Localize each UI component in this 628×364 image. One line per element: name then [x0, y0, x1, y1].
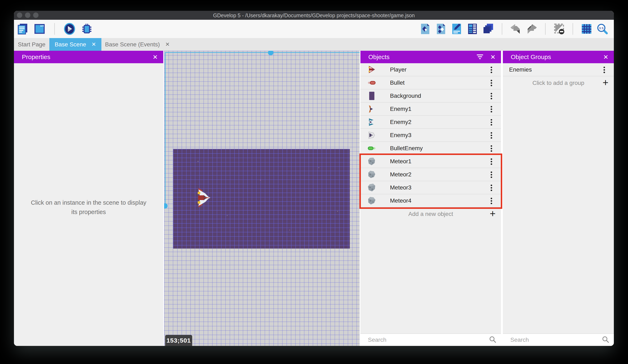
- kebab-menu-icon[interactable]: [488, 184, 495, 191]
- object-row-enemy2[interactable]: Enemy2: [360, 116, 501, 129]
- bullet-thumbnail-icon: [367, 78, 376, 87]
- close-icon[interactable]: ✕: [603, 51, 608, 63]
- close-tab-icon[interactable]: ✕: [165, 41, 170, 48]
- toggle-mask-icon[interactable]: [553, 23, 565, 35]
- search-icon: [602, 336, 609, 344]
- object-row-bullet[interactable]: Bullet: [360, 76, 501, 89]
- selection-border-top: [165, 52, 360, 53]
- object-row-enemy1[interactable]: Enemy1: [360, 103, 501, 116]
- kebab-menu-icon[interactable]: [488, 171, 495, 179]
- kebab-menu-icon[interactable]: [488, 66, 495, 74]
- object-label: Player: [390, 66, 406, 73]
- group-label: Enemies: [509, 66, 532, 73]
- object-row-meteor2[interactable]: Meteor2: [360, 168, 501, 181]
- kebab-menu-icon[interactable]: [488, 158, 495, 165]
- object-groups-panel-title: Object Groups: [511, 54, 551, 61]
- toggle-grid-icon[interactable]: [580, 23, 593, 35]
- objects-panel-title: Objects: [368, 54, 390, 61]
- object-label: Enemy2: [390, 119, 411, 125]
- scene-canvas[interactable]: 153;501: [164, 51, 360, 346]
- objects-panel-header: Objects ✕: [360, 51, 501, 63]
- kebab-menu-icon[interactable]: [488, 197, 495, 205]
- object-label: BulletEnemy: [390, 145, 423, 152]
- object-groups-panel-header: Object Groups ✕: [503, 51, 614, 63]
- debug-icon[interactable]: [80, 23, 93, 35]
- object-groups-panel-icon[interactable]: [435, 23, 447, 35]
- groups-search-bar: [503, 333, 614, 346]
- window-title: GDevelop 5 - /Users/dkarakay/Documents/G…: [14, 11, 614, 20]
- plus-icon[interactable]: +: [490, 208, 496, 219]
- toolbar-separator: [502, 23, 502, 35]
- editor-tabs: Start PageBase Scene✕Base Scene (Events)…: [14, 38, 614, 51]
- objects-search-input[interactable]: [368, 336, 489, 343]
- selection-handle-left[interactable]: [164, 203, 168, 209]
- selection-handle-top[interactable]: [268, 51, 273, 55]
- object-label: Enemy1: [390, 106, 411, 112]
- object-groups-panel: Object Groups ✕ Enemies Click to add a g…: [503, 51, 614, 346]
- object-groups-list: Enemies: [503, 63, 614, 76]
- add-object-row[interactable]: Add a new object +: [360, 207, 501, 221]
- toolbar-separator: [573, 23, 573, 35]
- object-row-meteor3[interactable]: Meteor3: [360, 181, 501, 194]
- object-row-meteor1[interactable]: Meteor1: [360, 155, 501, 168]
- close-icon[interactable]: ✕: [153, 51, 158, 63]
- tab-label: Base Scene: [55, 41, 86, 48]
- object-label: Meteor2: [390, 171, 411, 178]
- search-icon: [489, 336, 496, 344]
- close-tab-icon[interactable]: ✕: [92, 41, 96, 48]
- kebab-menu-icon[interactable]: [488, 145, 495, 152]
- kebab-menu-icon[interactable]: [488, 132, 495, 139]
- plus-icon[interactable]: +: [603, 77, 608, 88]
- tab-start-page[interactable]: Start Page: [14, 38, 49, 51]
- title-bar: GDevelop 5 - /Users/dkarakay/Documents/G…: [14, 11, 614, 20]
- cursor-coordinates-badge: 153;501: [165, 335, 192, 346]
- toolbar-separator: [545, 23, 546, 35]
- scene-window-icon[interactable]: [34, 23, 46, 35]
- tab-base-scene-events-[interactable]: Base Scene (Events)✕: [101, 38, 173, 51]
- object-row-bulletenemy[interactable]: BulletEnemy: [360, 142, 501, 155]
- meteor3-thumbnail-icon: [367, 183, 376, 192]
- main-toolbar: 1:1: [14, 20, 614, 38]
- player-ship-instance[interactable]: [196, 188, 211, 208]
- groups-search-input[interactable]: [510, 336, 602, 343]
- project-manager-icon[interactable]: [16, 23, 28, 35]
- objects-panel-icon[interactable]: [419, 23, 431, 35]
- group-row-enemies[interactable]: Enemies: [503, 63, 614, 76]
- player-thumbnail-icon: [367, 65, 376, 74]
- tab-label: Base Scene (Events): [105, 41, 160, 48]
- redo-icon[interactable]: [526, 23, 538, 35]
- svg-text:1:1: 1:1: [599, 26, 604, 30]
- object-row-player[interactable]: Player: [360, 63, 501, 76]
- kebab-menu-icon[interactable]: [488, 92, 495, 100]
- editor-content: Properties ✕ Click on an instance in the…: [14, 51, 614, 346]
- preview-play-icon[interactable]: [64, 23, 76, 35]
- instances-list-icon[interactable]: [467, 23, 478, 35]
- add-group-row[interactable]: Click to add a group +: [503, 76, 614, 89]
- properties-panel-icon[interactable]: [451, 23, 463, 35]
- object-label: Bullet: [390, 79, 404, 86]
- kebab-menu-icon[interactable]: [488, 119, 495, 126]
- kebab-menu-icon[interactable]: [488, 106, 495, 113]
- undo-icon[interactable]: [510, 23, 522, 35]
- object-row-background[interactable]: Background: [360, 89, 501, 103]
- add-group-label: Click to add a group: [532, 80, 584, 86]
- objects-search-bar: [360, 333, 501, 346]
- object-label: Enemy3: [390, 132, 411, 138]
- enemy1-thumbnail-icon: [367, 104, 376, 114]
- properties-empty-message: Click on an instance in the scene to dis…: [27, 198, 150, 217]
- layers-panel-icon[interactable]: [482, 23, 494, 35]
- tab-base-scene[interactable]: Base Scene✕: [49, 38, 101, 51]
- object-row-enemy3[interactable]: Enemy3: [360, 129, 501, 142]
- bulletEnemy-thumbnail-icon: [367, 144, 376, 153]
- properties-panel-title: Properties: [22, 54, 50, 61]
- properties-panel-header: Properties ✕: [14, 51, 163, 63]
- zoom-1-1-icon[interactable]: 1:1: [596, 23, 608, 35]
- filter-icon[interactable]: [476, 54, 483, 61]
- properties-panel: Properties ✕ Click on an instance in the…: [14, 51, 163, 346]
- kebab-menu-icon[interactable]: [601, 66, 608, 74]
- close-icon[interactable]: ✕: [490, 51, 496, 63]
- object-label: Meteor4: [390, 197, 411, 204]
- add-object-label: Add a new object: [408, 211, 453, 217]
- object-row-meteor4[interactable]: Meteor4: [360, 194, 501, 207]
- kebab-menu-icon[interactable]: [488, 79, 495, 87]
